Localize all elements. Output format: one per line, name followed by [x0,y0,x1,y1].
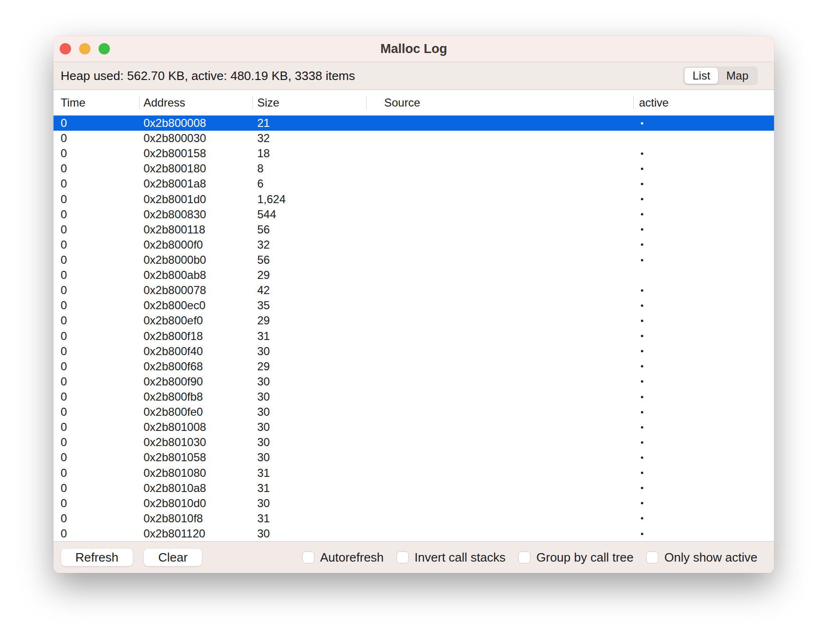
cell-active [633,374,774,389]
table-row[interactable]: 0 0x2b800030 32 [54,131,774,146]
table-row[interactable]: 0 0x2b800ef0 29 [54,313,774,328]
active-dot [641,411,643,413]
invert-call-stacks-checkbox[interactable] [396,551,409,564]
cell-time: 0 [54,283,139,298]
table-row[interactable]: 0 0x2b800180 8 [54,161,774,176]
cell-time: 0 [54,435,139,450]
cell-active [633,176,774,191]
table-row[interactable]: 0 0x2b8001d0 1,624 [54,192,774,207]
cell-time: 0 [54,298,139,313]
active-dot [641,472,643,474]
cell-size: 30 [252,496,366,511]
group-by-call-tree-checkbox[interactable] [518,551,531,564]
only-show-active-checkbox[interactable] [646,551,658,564]
active-dot [641,320,643,322]
cell-source [366,435,633,450]
cell-active [633,450,774,465]
cell-source [366,207,633,222]
view-toggle-map[interactable]: Map [718,68,756,84]
cell-source [366,298,633,313]
table-row[interactable]: 0 0x2b800ec0 35 [54,298,774,313]
zoom-button[interactable] [99,43,110,54]
column-header-source[interactable]: Source [366,90,633,115]
clear-button[interactable]: Clear [144,548,202,566]
column-header-time[interactable]: Time [54,90,139,115]
table-row[interactable]: 0 0x2b800008 21 [54,116,774,131]
table-row[interactable]: 0 0x2b800f90 30 [54,374,774,389]
table-row[interactable]: 0 0x2b800118 56 [54,222,774,237]
active-dot [641,289,643,292]
cell-active [633,237,774,252]
autorefresh-checkbox[interactable] [302,551,315,564]
table-row[interactable]: 0 0x2b800fe0 30 [54,404,774,420]
cell-time: 0 [54,192,139,207]
cell-address: 0x2b8000f0 [139,237,252,252]
table-row[interactable]: 0 0x2b801008 30 [54,420,774,435]
group-by-call-tree-option[interactable]: Group by call tree [518,550,633,565]
cell-time: 0 [54,344,139,359]
invert-call-stacks-label: Invert call stacks [414,550,505,565]
active-dot [641,380,643,383]
active-dot [641,304,643,307]
cell-source [366,496,633,511]
cell-source [366,450,633,465]
table-row[interactable]: 0 0x2b8010a8 31 [54,481,774,496]
cell-time: 0 [54,389,139,404]
table-row[interactable]: 0 0x2b800f18 31 [54,329,774,344]
cell-source [366,465,633,481]
autorefresh-option[interactable]: Autorefresh [302,550,384,565]
cell-address: 0x2b800f40 [139,344,252,359]
table-row[interactable]: 0 0x2b8000b0 56 [54,252,774,268]
cell-address: 0x2b800180 [139,161,252,176]
cell-active [633,420,774,435]
table-row[interactable]: 0 0x2b801080 31 [54,465,774,481]
cell-active [633,116,774,131]
table-row[interactable]: 0 0x2b801058 30 [54,450,774,465]
cell-active [633,359,774,374]
cell-address: 0x2b800f68 [139,359,252,374]
cell-address: 0x2b8000b0 [139,252,252,268]
table-row[interactable]: 0 0x2b800158 18 [54,146,774,161]
cell-address: 0x2b800118 [139,222,252,237]
titlebar[interactable]: Malloc Log [54,36,774,62]
table-row[interactable]: 0 0x2b8010f8 31 [54,511,774,526]
column-header-address[interactable]: Address [139,90,252,115]
close-button[interactable] [60,43,71,54]
table-row[interactable]: 0 0x2b8010d0 30 [54,496,774,511]
minimize-button[interactable] [79,43,90,54]
view-toggle-list[interactable]: List [684,68,718,84]
cell-active [633,511,774,526]
table-row[interactable]: 0 0x2b8000f0 32 [54,237,774,252]
cell-size: 31 [252,329,366,344]
active-dot [641,502,643,504]
column-header-active[interactable]: active [633,90,774,115]
cell-active [633,435,774,450]
table-row[interactable]: 0 0x2b8001a8 6 [54,176,774,191]
table-row[interactable]: 0 0x2b800fb8 30 [54,389,774,404]
cell-active [633,496,774,511]
table-header: Time Address Size Source active [54,90,774,116]
invert-call-stacks-option[interactable]: Invert call stacks [396,550,505,565]
cell-source [366,404,633,420]
active-dot [641,243,643,246]
table-row[interactable]: 0 0x2b800f40 30 [54,344,774,359]
cell-address: 0x2b800830 [139,207,252,222]
only-show-active-option[interactable]: Only show active [646,550,757,565]
active-dot [641,152,643,155]
table-row[interactable]: 0 0x2b801030 30 [54,435,774,450]
cell-address: 0x2b801058 [139,450,252,465]
cell-size: 30 [252,420,366,435]
column-header-size[interactable]: Size [252,90,366,115]
table-row[interactable]: 0 0x2b800078 42 [54,283,774,298]
refresh-button[interactable]: Refresh [61,548,133,566]
cell-source [366,329,633,344]
table-row[interactable]: 0 0x2b800ab8 29 [54,268,774,283]
table-row[interactable]: 0 0x2b800830 544 [54,207,774,222]
heap-summary-bar: Heap used: 562.70 KB, active: 480.19 KB,… [54,62,774,90]
cell-size: 42 [252,283,366,298]
table-row[interactable]: 0 0x2b801120 30 [54,526,774,541]
only-show-active-label: Only show active [664,550,757,565]
cell-active [633,526,774,541]
table-row[interactable]: 0 0x2b800f68 29 [54,359,774,374]
active-dot [641,533,643,535]
